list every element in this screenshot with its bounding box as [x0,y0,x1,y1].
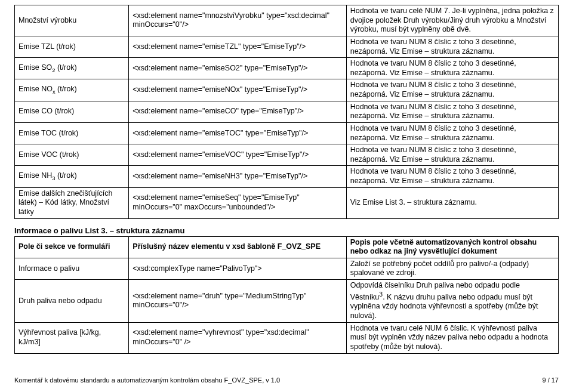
xsd-cell: <xsd:element name="vyhrevnost" type="xsd… [129,322,346,353]
description-cell: Hodnota ve tvaru NUM 8 číslic z toho 3 d… [346,101,558,122]
table-row: Emise SO2 (t/rok) <xsd:element name="emi… [15,58,559,79]
description-cell: Založí se potřebný počet oddílů pro pali… [346,258,558,279]
table-row: Emise TZL (t/rok) <xsd:element name="emi… [15,36,559,57]
xsd-cell: <xsd:element name="mnozstviVyrobku" type… [129,5,346,36]
field-label-cell: Výhřevnost paliva [kJ/kg, kJ/m3] [15,322,129,353]
field-label-cell: Emise SO2 (t/rok) [15,58,129,79]
table-row: Informace o palivu <xsd:complexType name… [15,258,559,279]
field-label-cell: Emise TOC (t/rok) [15,122,129,144]
description-cell: Hodnota ve tvaru celé NUM 7. Je-li vypln… [346,5,558,36]
xsd-cell: <xsd:element name="emiseTOC" type="Emise… [129,122,346,144]
table-row: Emise NOx (t/rok) <xsd:element name="emi… [15,79,559,101]
description-cell: Hodnota ve tvaru NUM 8 číslic z toho 3 d… [346,122,558,144]
description-cell: Hodnota ve tvaru NUM 8 číslic z toho 3 d… [346,36,558,57]
field-label-cell: Množství výrobku [15,5,129,36]
table-row: Emise VOC (t/rok) <xsd:element name="emi… [15,144,559,166]
table-row: Druh paliva nebo odpadu <xsd:element nam… [15,280,559,323]
xsd-cell: <xsd:element name="druh" type="MediumStr… [129,280,346,323]
table-row: Emise dalších znečišťujících látek) – Kó… [15,187,559,218]
section-heading-info-palivo: Informace o palivu List 3. – struktura z… [14,226,559,235]
description-cell: Hodnota ve tvaru NUM 8 číslic z toho 3 d… [346,58,558,79]
description-cell: Viz Emise List 3. – struktura záznamu. [346,187,558,218]
xsd-cell: <xsd:element name="emiseNH3" type="Emise… [129,166,346,187]
field-label-cell: Emise dalších znečišťujících látek) – Kó… [15,187,129,218]
xsd-cell: <xsd:element name="emiseVOC" type="Emise… [129,144,346,166]
column-header-xsd: Příslušný název elementu v xsd šabloně F… [129,236,346,258]
column-header-field: Pole či sekce ve formuláři [15,236,129,258]
xsd-cell: <xsd:element name="emiseTZL" type="Emise… [129,36,346,57]
table-row: Emise CO (t/rok) <xsd:element name="emis… [15,101,559,122]
xsd-cell: <xsd:element name="emiseCO" type="EmiseT… [129,101,346,122]
field-label-cell: Emise VOC (t/rok) [15,144,129,166]
field-label-cell: Emise TZL (t/rok) [15,36,129,57]
field-label-cell: Emise NOx (t/rok) [15,79,129,101]
xsd-cell: <xsd:element name="emiseSO2" type="Emise… [129,58,346,79]
field-label-cell: Druh paliva nebo odpadu [15,280,129,323]
table-row: Emise TOC (t/rok) <xsd:element name="emi… [15,122,559,144]
description-cell: Hodnota ve tvaru NUM 8 číslic z toho 3 d… [346,144,558,166]
table-row: Výhřevnost paliva [kJ/kg, kJ/m3] <xsd:el… [15,322,559,353]
description-cell: Hodnota ve tvaru NUM 8 číslic z toho 3 d… [346,166,558,187]
xsd-cell: <xsd:element name="emiseSeq" type="Emise… [129,187,346,218]
schema-table-2: Pole či sekce ve formuláři Příslušný náz… [14,236,559,354]
xsd-cell: <xsd:element name="emiseNOx" type="Emise… [129,79,346,101]
footer-page-number: 9 / 17 [542,376,559,384]
field-label-cell: Emise NH3 (t/rok) [15,166,129,187]
column-header-description: Popis pole včetně automatizovaných kontr… [346,236,558,258]
description-cell: Hodnota ve tvaru NUM 8 číslic z toho 3 d… [346,79,558,101]
table-header-row: Pole či sekce ve formuláři Příslušný náz… [15,236,559,258]
field-label-cell: Informace o palivu [15,258,129,279]
footer-left-text: Komentář k datovému standardu a automati… [14,376,280,384]
table-row: Množství výrobku <xsd:element name="mnoz… [15,5,559,36]
description-cell: Odpovídá číselníku Druh paliva nebo odpa… [346,280,558,323]
xsd-cell: <xsd:complexType name="PalivoTyp"> [129,258,346,279]
schema-table-1: Množství výrobku <xsd:element name="mnoz… [14,5,559,219]
description-cell: Hodnota ve tvaru celé NUM 6 číslic. K vý… [346,322,558,353]
page-footer: Komentář k datovému standardu a automati… [14,376,559,384]
table-row: Emise NH3 (t/rok) <xsd:element name="emi… [15,166,559,187]
field-label-cell: Emise CO (t/rok) [15,101,129,122]
